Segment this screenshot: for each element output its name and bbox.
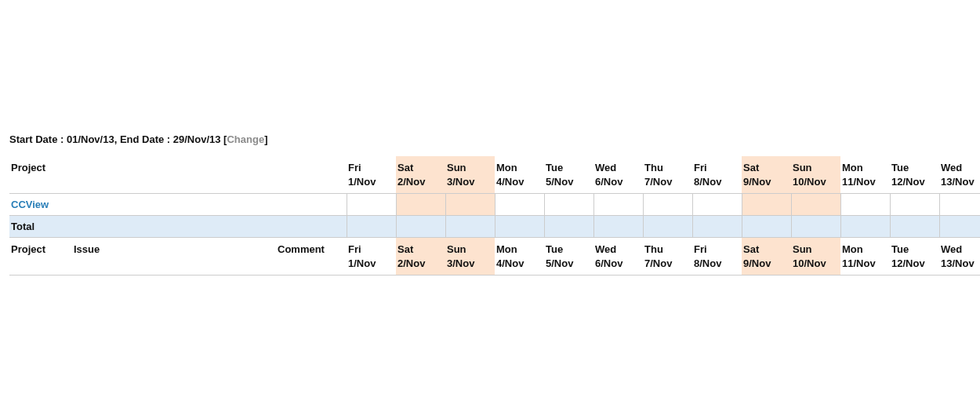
col-day-9: Sun10/Nov [791,156,840,194]
total-day-0 [347,216,396,238]
project-link[interactable]: CCView [11,199,49,210]
col-day-1: Sat2/Nov [396,156,445,194]
proj-day-4 [544,194,593,216]
detail-col-comment: Comment [276,238,347,276]
col-project: Project [9,156,347,194]
summary-header-row: Project Fri1/Nov Sat2/Nov Sun3/Nov Mon4/… [9,156,980,194]
detail-day-4: Tue5/Nov [544,238,593,276]
proj-day-0 [347,194,396,216]
proj-day-1 [396,194,445,216]
col-day-3: Mon4/Nov [495,156,544,194]
change-date-range-link[interactable]: Change [227,133,264,145]
total-day-7 [692,216,742,238]
project-name-cell: CCView [9,194,347,216]
bracket-close: ] [264,133,267,145]
detail-day-5: Wed6/Nov [593,238,643,276]
end-date-value: 29/Nov/13 [173,133,221,145]
timesheet-report: Start Date : 01/Nov/13, End Date : 29/No… [0,0,978,276]
proj-day-12 [939,194,980,216]
col-day-12: Wed13/Nov [939,156,980,194]
detail-day-6: Thu7/Nov [643,238,692,276]
col-day-6: Thu7/Nov [643,156,692,194]
col-day-10: Mon11/Nov [840,156,890,194]
col-day-8: Sat9/Nov [742,156,791,194]
detail-header-table: Project Issue Comment Fri1/Nov Sat2/Nov … [9,238,980,276]
detail-day-2: Sun3/Nov [445,238,495,276]
detail-day-1: Sat2/Nov [396,238,445,276]
proj-day-2 [445,194,495,216]
detail-day-10: Mon11/Nov [840,238,890,276]
total-day-11 [890,216,939,238]
proj-day-5 [593,194,643,216]
proj-day-10 [840,194,890,216]
col-day-7: Fri8/Nov [692,156,742,194]
date-range-line: Start Date : 01/Nov/13, End Date : 29/No… [9,133,971,156]
col-day-4: Tue5/Nov [544,156,593,194]
project-row: CCView [9,194,980,216]
total-day-8 [742,216,791,238]
proj-day-8 [742,194,791,216]
col-day-5: Wed6/Nov [593,156,643,194]
detail-day-3: Mon4/Nov [495,238,544,276]
total-day-1 [396,216,445,238]
detail-day-9: Sun10/Nov [791,238,840,276]
proj-day-3 [495,194,544,216]
proj-day-6 [643,194,692,216]
total-day-9 [791,216,840,238]
col-day-2: Sun3/Nov [445,156,495,194]
detail-col-issue: Issue [72,238,276,276]
detail-col-project: Project [9,238,72,276]
total-day-3 [495,216,544,238]
total-day-2 [445,216,495,238]
total-day-5 [593,216,643,238]
detail-day-12: Wed13/Nov [939,238,980,276]
proj-day-9 [791,194,840,216]
total-day-4 [544,216,593,238]
detail-day-11: Tue12/Nov [890,238,939,276]
timesheet-table: Project Fri1/Nov Sat2/Nov Sun3/Nov Mon4/… [9,156,980,238]
total-label: Total [9,216,347,238]
total-day-6 [643,216,692,238]
proj-day-7 [692,194,742,216]
start-date-label: Start Date : [9,133,67,145]
end-date-label: , End Date : [114,133,173,145]
detail-day-0: Fri1/Nov [347,238,396,276]
proj-day-11 [890,194,939,216]
detail-day-7: Fri8/Nov [692,238,742,276]
total-day-10 [840,216,890,238]
detail-header-row: Project Issue Comment Fri1/Nov Sat2/Nov … [9,238,980,276]
total-row: Total [9,216,980,238]
detail-day-8: Sat9/Nov [742,238,791,276]
col-day-11: Tue12/Nov [890,156,939,194]
start-date-value: 01/Nov/13 [67,133,114,145]
col-day-0: Fri1/Nov [347,156,396,194]
total-day-12 [939,216,980,238]
